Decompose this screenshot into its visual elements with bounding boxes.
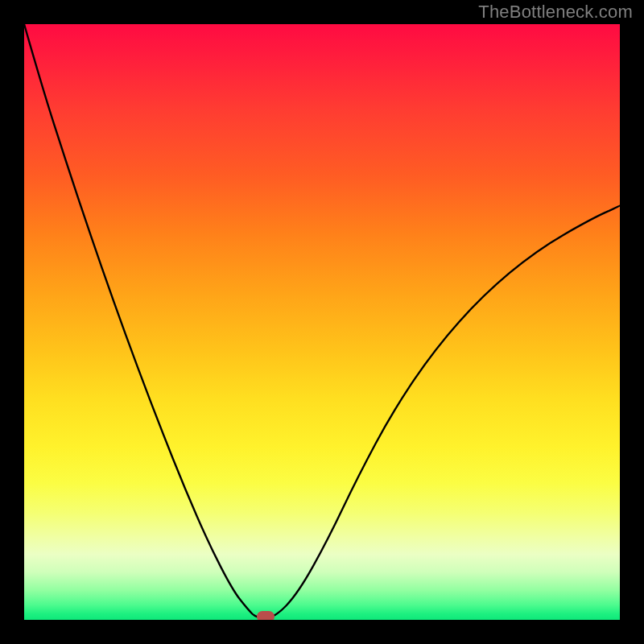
watermark-text: TheBottleneck.com xyxy=(478,2,633,23)
bottleneck-curve xyxy=(24,24,620,620)
chart-frame: TheBottleneck.com xyxy=(0,0,644,644)
plot-area xyxy=(24,24,620,620)
minimum-marker xyxy=(257,611,275,620)
curve-path xyxy=(24,24,620,618)
